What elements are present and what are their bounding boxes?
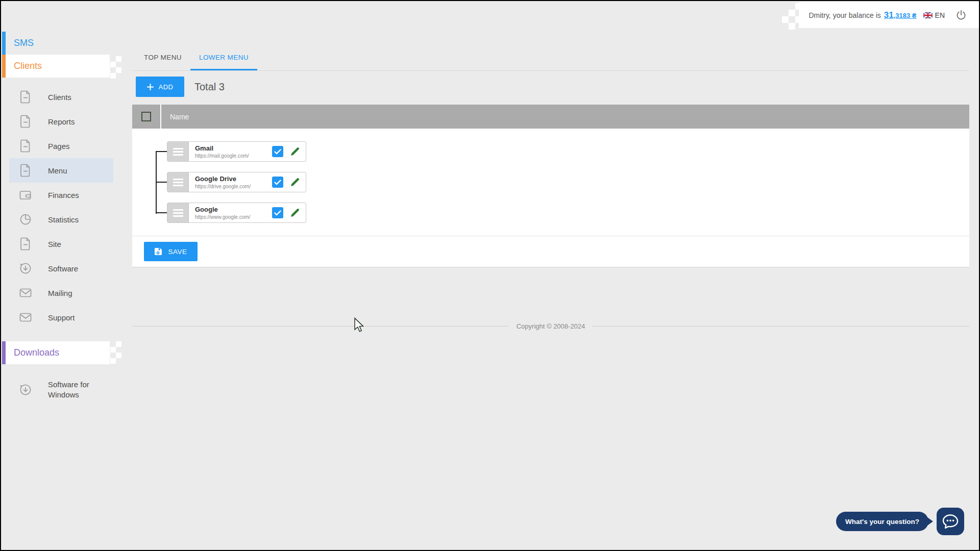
main-content: TOP MENU LOWER MENU ADD Total 3 Name xyxy=(132,44,969,330)
check-icon xyxy=(274,149,281,155)
sidebar-item-label: Software xyxy=(48,264,78,273)
check-icon xyxy=(274,180,281,185)
balance-text: Dmitry, your balance is31,3183 ₴ xyxy=(808,10,916,20)
pencil-icon xyxy=(289,146,301,157)
balance-link[interactable]: 31,3183 ₴ xyxy=(884,11,917,19)
tab-label: LOWER MENU xyxy=(199,54,249,61)
download-icon xyxy=(19,384,32,396)
envelope-icon xyxy=(19,312,32,322)
sidebar-item-label: Menu xyxy=(48,166,67,175)
menu-item-url: https://www.google.com/ xyxy=(195,214,272,220)
sidebar-item-label: Statistics xyxy=(48,215,79,224)
add-button-label: ADD xyxy=(159,83,174,91)
balance-amount-frac: ,3183 ₴ xyxy=(894,12,917,19)
edit-button[interactable] xyxy=(289,146,301,157)
sidebar-item-label: Support xyxy=(48,313,75,322)
sidebar-item-label: Mailing xyxy=(48,289,72,297)
column-header-name: Name xyxy=(170,113,189,121)
menu-item-info: Google https://www.google.com/ xyxy=(189,206,272,220)
sidebar-item-mailing[interactable]: Mailing xyxy=(9,281,113,305)
pencil-icon xyxy=(289,207,301,218)
table-header-name-cell: Name xyxy=(161,105,969,129)
sidebar-item-statistics[interactable]: Statistics xyxy=(9,207,113,232)
sidebar-item-support[interactable]: Support xyxy=(9,305,113,330)
pie-chart-icon xyxy=(19,213,32,226)
table-header-checkbox-cell xyxy=(132,105,161,129)
tree-connector-branch xyxy=(156,151,167,152)
chat-question-label: What's your question? xyxy=(845,518,919,525)
chat-question-bubble[interactable]: What's your question? xyxy=(836,512,928,531)
toolbar: ADD Total 3 xyxy=(132,77,969,97)
document-icon xyxy=(19,115,32,128)
footer: Copyright © 2008-2024 xyxy=(132,322,969,330)
sidebar-nav: Clients Reports Pages xyxy=(9,85,113,330)
chat-open-button[interactable] xyxy=(937,508,964,535)
plus-icon xyxy=(147,84,154,90)
language-selector[interactable]: EN xyxy=(923,11,945,19)
save-button[interactable]: SAVE xyxy=(144,242,198,261)
menu-item-row: Google Drive https://drive.google.com/ xyxy=(167,172,306,192)
select-all-checkbox[interactable] xyxy=(141,112,151,121)
tree-connector-branch xyxy=(156,182,167,183)
menu-item-name: Google Drive xyxy=(195,175,272,183)
sidebar-item-menu[interactable]: Menu xyxy=(9,158,113,183)
app-window: Dmitry, your balance is31,3183 ₴ EN SMS … xyxy=(0,0,980,551)
total-count: Total 3 xyxy=(194,81,225,93)
tree-connector-vertical xyxy=(156,152,157,214)
sidebar-item-label: Reports xyxy=(48,117,75,126)
sidebar-item-label: Site xyxy=(48,240,61,248)
sidebar-item-software-for-windows[interactable]: Software for Windows xyxy=(9,371,113,408)
pencil-icon xyxy=(289,177,301,188)
tab-top-menu[interactable]: TOP MENU xyxy=(135,44,190,70)
topbar: Dmitry, your balance is31,3183 ₴ EN xyxy=(799,2,979,28)
tab-bar: TOP MENU LOWER MENU xyxy=(132,44,969,71)
sidebar-item-finances[interactable]: Finances xyxy=(9,183,113,207)
sidebar-section-clients[interactable]: Clients xyxy=(2,55,110,78)
wallet-icon xyxy=(19,189,32,201)
visibility-checkbox[interactable] xyxy=(272,207,283,218)
uk-flag-icon xyxy=(923,12,933,18)
menu-item-name: Gmail xyxy=(195,144,272,152)
menu-item-url: https://drive.google.com/ xyxy=(195,184,272,189)
sidebar-section-downloads[interactable]: Downloads xyxy=(2,341,110,364)
sidebar-section-label: Clients xyxy=(14,61,42,71)
tab-label: TOP MENU xyxy=(144,54,182,61)
document-icon xyxy=(19,164,32,177)
sidebar-item-software[interactable]: Software xyxy=(9,256,113,281)
menu-item-url: https://mail.google.com/ xyxy=(195,153,272,159)
document-icon xyxy=(19,90,32,104)
menu-item-info: Google Drive https://drive.google.com/ xyxy=(189,175,272,189)
sidebar-section-label: SMS xyxy=(14,38,34,48)
drag-handle[interactable] xyxy=(167,142,189,161)
menu-item-row: Gmail https://mail.google.com/ xyxy=(167,141,306,162)
footer-divider xyxy=(593,326,969,327)
menu-table: Name Gmail https://mail.google.com/ xyxy=(132,105,969,267)
logout-button[interactable] xyxy=(955,10,967,21)
sidebar-item-label: Pages xyxy=(48,142,70,151)
edit-button[interactable] xyxy=(289,177,301,188)
language-label: EN xyxy=(935,11,945,19)
envelope-icon xyxy=(19,288,32,298)
pixel-decoration xyxy=(782,16,789,23)
add-button[interactable]: ADD xyxy=(136,77,184,97)
chat-bubble-icon xyxy=(942,514,959,530)
edit-button[interactable] xyxy=(289,207,301,218)
save-button-label: SAVE xyxy=(168,248,187,256)
sidebar-section-sms[interactable]: SMS xyxy=(2,32,136,55)
drag-handle[interactable] xyxy=(167,172,189,192)
table-header: Name xyxy=(132,105,969,129)
sidebar-item-reports[interactable]: Reports xyxy=(9,109,113,134)
drag-handle[interactable] xyxy=(167,203,189,222)
menu-item-name: Google xyxy=(195,206,272,213)
visibility-checkbox[interactable] xyxy=(272,177,283,188)
tab-lower-menu[interactable]: LOWER MENU xyxy=(190,44,257,70)
save-row: SAVE xyxy=(132,236,969,267)
sidebar-item-pages[interactable]: Pages xyxy=(9,134,113,158)
download-icon xyxy=(19,262,32,274)
sidebar-item-site[interactable]: Site xyxy=(9,232,113,256)
menu-item-row: Google https://www.google.com/ xyxy=(167,203,306,223)
check-icon xyxy=(274,210,281,216)
sidebar-item-clients[interactable]: Clients xyxy=(9,85,113,109)
table-body: Gmail https://mail.google.com/ xyxy=(132,129,969,236)
visibility-checkbox[interactable] xyxy=(272,146,283,157)
